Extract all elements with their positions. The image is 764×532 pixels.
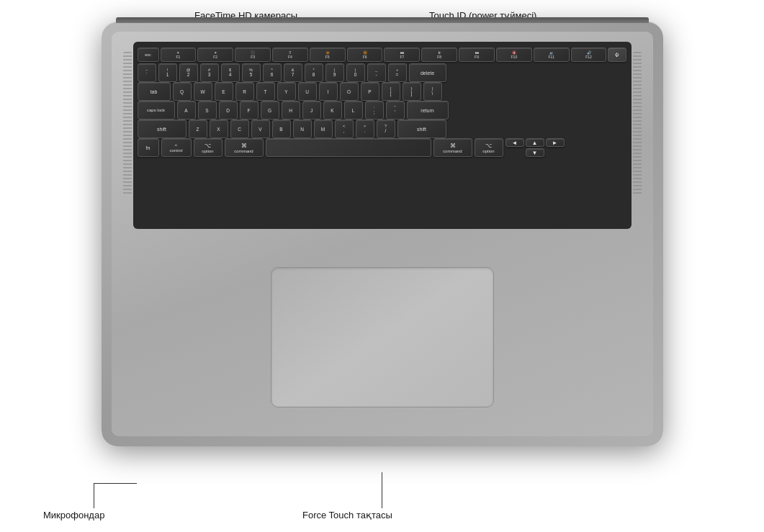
key-f11[interactable]: 🔉F11: [534, 48, 570, 62]
key-f12[interactable]: 🔊F12: [571, 48, 607, 62]
key-arrow-down[interactable]: ▼: [526, 148, 544, 157]
key-shift-right[interactable]: shift: [397, 120, 446, 138]
key-l[interactable]: L: [344, 101, 363, 120]
key-b[interactable]: B: [272, 120, 291, 138]
macbook-body: esc ☀F1 ☀F2 ⬛F3 ⠿F4 🔅F5: [102, 22, 663, 446]
key-esc[interactable]: esc: [138, 48, 159, 62]
key-q[interactable]: Q: [173, 82, 192, 101]
key-backslash[interactable]: |\: [423, 82, 442, 101]
key-comma[interactable]: <,: [335, 120, 354, 138]
key-m[interactable]: M: [314, 120, 333, 138]
key-a[interactable]: A: [177, 101, 196, 120]
key-period[interactable]: >.: [356, 120, 374, 138]
key-f9[interactable]: ⏭F9: [459, 48, 495, 62]
key-space[interactable]: [266, 138, 431, 157]
key-return[interactable]: return: [407, 101, 449, 120]
key-5[interactable]: %5: [242, 63, 261, 82]
key-command-left[interactable]: ⌘command: [225, 138, 264, 157]
speaker-left: [123, 52, 132, 196]
key-f10[interactable]: 🔇F10: [496, 48, 532, 62]
key-minus[interactable]: _-: [367, 63, 386, 82]
key-y[interactable]: Y: [277, 82, 296, 101]
key-d[interactable]: D: [219, 101, 238, 120]
trackpad[interactable]: [271, 267, 494, 407]
key-f2[interactable]: ☀F2: [197, 48, 233, 62]
key-n[interactable]: N: [293, 120, 312, 138]
key-2[interactable]: @2: [179, 63, 198, 82]
key-rbracket[interactable]: }]: [403, 82, 421, 101]
key-backtick[interactable]: ~`: [138, 63, 156, 82]
microphones-label: Микрофондар: [43, 510, 104, 520]
key-c[interactable]: C: [230, 120, 249, 138]
key-s[interactable]: S: [198, 101, 217, 120]
key-f4[interactable]: ⠿F4: [272, 48, 308, 62]
key-t[interactable]: T: [256, 82, 275, 101]
forcetouch-label: Force Touch тақтасы: [302, 510, 392, 520]
key-f8[interactable]: ⏸F8: [421, 48, 457, 62]
key-h[interactable]: H: [282, 101, 300, 120]
key-e[interactable]: E: [215, 82, 233, 101]
key-lbracket[interactable]: {[: [382, 82, 400, 101]
qwerty-row: tab Q W E R T Y U I O P {[ }] |\: [138, 82, 627, 101]
key-3[interactable]: #3: [200, 63, 219, 82]
key-quote[interactable]: "': [386, 101, 405, 120]
key-j[interactable]: J: [302, 101, 321, 120]
key-z[interactable]: Z: [189, 120, 207, 138]
key-control[interactable]: ^control: [161, 138, 192, 157]
number-row: ~` !1 @2 #3 $4 %5 ^6 &7 *8 (9 )0 _- += d…: [138, 63, 627, 82]
key-u[interactable]: U: [298, 82, 317, 101]
key-f5[interactable]: 🔅F5: [310, 48, 346, 62]
keyboard-area: esc ☀F1 ☀F2 ⬛F3 ⠿F4 🔅F5: [133, 42, 632, 229]
key-0[interactable]: )0: [346, 63, 365, 82]
mic-line-h: [94, 483, 137, 484]
macbook-inner: esc ☀F1 ☀F2 ⬛F3 ⠿F4 🔅F5: [112, 32, 653, 436]
key-f1[interactable]: ☀F1: [161, 48, 197, 62]
key-semicolon[interactable]: :;: [365, 101, 384, 120]
asdf-row: caps lock A S D F G H J K L :; "' return: [138, 101, 627, 120]
key-g[interactable]: G: [261, 101, 279, 120]
key-p[interactable]: P: [361, 82, 379, 101]
key-slash[interactable]: ?/: [377, 120, 395, 138]
key-x[interactable]: X: [210, 120, 228, 138]
key-option-left[interactable]: ⌥option: [194, 138, 223, 157]
bottom-row: fn ^control ⌥option ⌘command ⌘command ⌥o…: [138, 138, 627, 157]
key-4[interactable]: $4: [221, 63, 240, 82]
key-v[interactable]: V: [251, 120, 270, 138]
key-w[interactable]: W: [194, 82, 212, 101]
key-9[interactable]: (9: [325, 63, 344, 82]
macbook-lid: [116, 17, 649, 23]
key-o[interactable]: O: [340, 82, 359, 101]
key-capslock[interactable]: caps lock: [138, 101, 175, 120]
key-f7[interactable]: ⏮F7: [384, 48, 420, 62]
page-container: FaceTime HD камерасы Touch ID (power түй…: [0, 0, 764, 532]
key-tab[interactable]: tab: [138, 82, 171, 101]
key-8[interactable]: *8: [305, 63, 323, 82]
mic-line-v: [94, 483, 94, 508]
key-command-right[interactable]: ⌘command: [433, 138, 472, 157]
speaker-right: [633, 52, 642, 196]
key-k[interactable]: K: [323, 101, 342, 120]
key-r[interactable]: R: [235, 82, 254, 101]
key-f3[interactable]: ⬛F3: [235, 48, 271, 62]
key-7[interactable]: &7: [284, 63, 302, 82]
key-f6[interactable]: 🔆F6: [347, 48, 383, 62]
key-shift-left[interactable]: shift: [138, 120, 186, 138]
key-touchid[interactable]: ⏻: [608, 48, 626, 62]
forcetouch-line-v: [382, 472, 382, 508]
key-fn[interactable]: fn: [138, 138, 159, 157]
key-arrow-left[interactable]: ◄: [505, 138, 524, 147]
key-option-right[interactable]: ⌥option: [475, 138, 503, 157]
key-f[interactable]: F: [240, 101, 259, 120]
key-i[interactable]: I: [319, 82, 338, 101]
key-arrow-right[interactable]: ►: [546, 138, 565, 147]
key-equals[interactable]: +=: [388, 63, 407, 82]
key-6[interactable]: ^6: [263, 63, 282, 82]
key-arrow-up[interactable]: ▲: [526, 138, 544, 147]
fn-row: esc ☀F1 ☀F2 ⬛F3 ⠿F4 🔅F5: [138, 48, 627, 62]
key-1[interactable]: !1: [158, 63, 177, 82]
zxcv-row: shift Z X C V B N M <, >. ?/ shift: [138, 120, 627, 138]
key-delete[interactable]: delete: [409, 63, 446, 82]
